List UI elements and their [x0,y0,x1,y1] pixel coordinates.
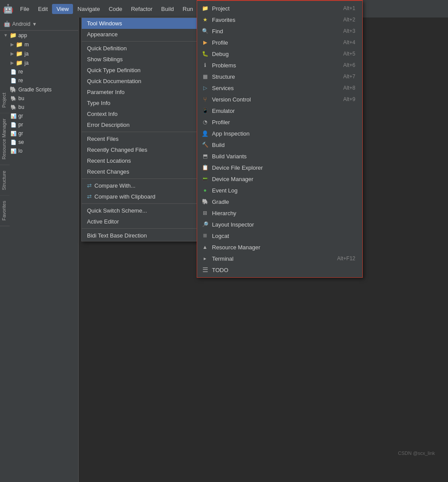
tree-item-re1[interactable]: 📄 re [0,67,78,76]
services-shortcut: Alt+8 [343,85,355,91]
submenu-services[interactable]: ▷ Services Alt+8 [197,82,362,94]
vcs-label: Version Control [212,96,331,103]
vert-label-favorites[interactable]: Favorites [0,196,10,226]
build-label: Build [212,142,355,148]
device-file-explorer-label: Device File Explorer [212,164,355,171]
left-vertical-labels: Project Resource Manager Structure Favor… [0,87,10,227]
submenu-terminal[interactable]: ▸ Terminal Alt+F12 [197,253,362,264]
emulator-label: Emulator [212,108,343,114]
menu-refactor[interactable]: Refactor [127,4,157,14]
submenu-emulator[interactable]: 📱 Emulator [197,105,362,116]
todo-icon: ☰ [201,266,208,273]
tree-item-ja1[interactable]: ▶ 📁 ja [0,49,78,58]
tree-item-pr[interactable]: 📄 pr [0,120,78,129]
logcat-label: Logcat [212,233,355,239]
submenu-gradle[interactable]: 🐘 Gradle [197,196,362,207]
submenu-debug[interactable]: 🐛 Debug Alt+5 [197,48,362,59]
submenu-structure[interactable]: ▦ Structure Alt+7 [197,71,362,82]
submenu-build-variants[interactable]: ⬒ Build Variants [197,150,362,162]
profile-icon: ▶ [201,39,208,46]
find-shortcut: Alt+3 [343,28,355,34]
services-icon: ▷ [201,84,208,91]
submenu-logcat[interactable]: ≡ Logcat [197,230,362,241]
menu-navigate[interactable]: Navigate [73,4,104,14]
submenu-build[interactable]: 🔨 Build [197,139,362,150]
app-inspection-icon: 👤 [201,130,208,137]
tree-item-app[interactable]: ▼ 📁 app [0,31,78,40]
menu-edit[interactable]: Edit [34,4,52,14]
layout-inspector-icon: 🔎 [201,221,208,228]
layout-inspector-label: Layout Inspector [212,221,355,228]
tree-item-gradle[interactable]: ▼ 🐘 Gradle Scripts [0,85,78,94]
submenu-todo[interactable]: ☰ TODO [197,264,362,276]
problems-label: Problems [212,62,331,69]
find-icon: 🔍 [201,28,208,35]
resource-manager-label: Resource Manager [212,244,355,251]
submenu-device-manager[interactable]: 📟 Device Manager [197,173,362,185]
tree-item-bu2[interactable]: 🐘 bu [0,103,78,112]
terminal-label: Terminal [212,255,325,262]
find-label: Find [212,28,331,35]
vert-label-structure[interactable]: Structure [0,165,10,196]
tree-item-gr2[interactable]: 📊 gr [0,129,78,138]
hierarchy-icon: ⊞ [201,210,208,217]
todo-label: TODO [212,267,355,273]
submenu-project[interactable]: 📁 Project Alt+1 [197,3,362,14]
logcat-icon: ≡ [201,232,208,239]
structure-label: Structure [212,73,331,80]
favorites-shortcut: Alt+2 [343,17,355,23]
problems-shortcut: Alt+6 [343,62,355,68]
menu-code[interactable]: Code [104,4,127,14]
submenu-version-control[interactable]: ⑂ Version Control Alt+9 [197,94,362,105]
app-logo: 🤖 [2,3,14,15]
profiler-label: Profiler [212,119,355,126]
submenu-profiler[interactable]: ◔ Profiler [197,116,362,128]
tree-item-lo[interactable]: 📊 lo [0,147,78,155]
tree-item-se[interactable]: 📄 se [0,138,78,147]
menu-view[interactable]: View [52,4,73,14]
submenu-favorites[interactable]: ★ Favorites Alt+2 [197,14,362,25]
vert-label-resource-manager[interactable]: Resource Manager [0,113,10,165]
submenu-layout-inspector[interactable]: 🔎 Layout Inspector [197,219,362,230]
tool-windows-submenu: 📁 Project Alt+1 ★ Favorites Alt+2 🔍 Find… [197,0,363,278]
project-label: Project [212,5,331,12]
submenu-device-file-explorer[interactable]: 📋 Device File Explorer [197,162,362,173]
submenu-resource-manager[interactable]: ▲ Resource Manager [197,241,362,253]
debug-shortcut: Alt+5 [343,51,355,57]
structure-shortcut: Alt+7 [343,73,355,80]
tree-item-ja2[interactable]: ▶ 📁 ja [0,58,78,67]
problems-icon: ℹ [201,62,208,69]
services-label: Services [212,85,331,91]
tree-item-re2[interactable]: 📄 re [0,76,78,85]
hierarchy-label: Hierarchy [212,210,355,217]
vert-label-project[interactable]: Project [0,87,10,113]
emulator-icon: 📱 [201,107,208,114]
profile-shortcut: Alt+4 [343,39,355,45]
vcs-shortcut: Alt+9 [343,96,355,102]
tree-item-bu1[interactable]: 🐘 bu [0,94,78,103]
terminal-shortcut: Alt+F12 [337,255,355,262]
submenu-event-log[interactable]: ● Event Log [197,185,362,196]
resource-manager-icon: ▲ [201,244,208,251]
submenu-find[interactable]: 🔍 Find Alt+3 [197,25,362,37]
device-manager-icon: 📟 [201,175,208,182]
tree-item-m[interactable]: ▶ 📁 m [0,40,78,49]
menu-build[interactable]: Build [157,4,178,14]
favorites-icon: ★ [201,16,208,23]
profiler-icon: ◔ [201,119,208,126]
submenu-app-inspection[interactable]: 👤 App Inspection [197,128,362,139]
device-manager-label: Device Manager [212,176,355,182]
event-log-label: Event Log [212,187,355,194]
menu-file[interactable]: File [16,4,34,14]
submenu-problems[interactable]: ℹ Problems Alt+6 [197,59,362,71]
submenu-hierarchy[interactable]: ⊞ Hierarchy [197,207,362,219]
device-file-explorer-icon: 📋 [201,164,208,171]
tree-item-gr1[interactable]: 📊 gr [0,112,78,120]
build-variants-icon: ⬒ [201,153,208,160]
debug-label: Debug [212,51,331,57]
project-shortcut: Alt+1 [343,5,355,11]
project-icon: 📁 [201,5,208,12]
panel-header: 🤖 Android ▼ [0,17,78,31]
menu-run[interactable]: Run [178,4,198,14]
submenu-profile[interactable]: ▶ Profile Alt+4 [197,37,362,48]
